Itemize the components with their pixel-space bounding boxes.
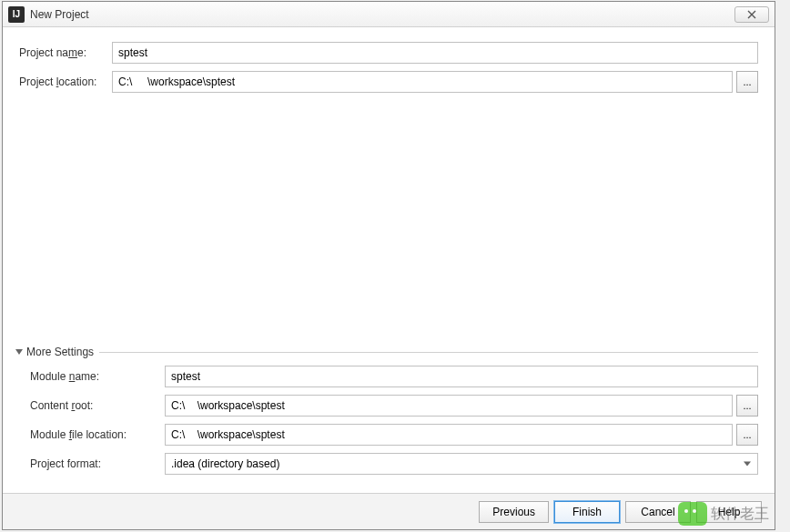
module-name-row: Module name:: [30, 366, 758, 387]
browse-location-button[interactable]: ...: [736, 71, 758, 93]
expand-arrow-icon: [15, 349, 23, 355]
browse-content-root-button[interactable]: ...: [736, 395, 758, 417]
help-button[interactable]: Help: [696, 501, 762, 523]
cancel-button[interactable]: Cancel: [625, 501, 691, 523]
module-name-input[interactable]: [165, 366, 758, 387]
module-file-location-label: Module file location:: [30, 428, 165, 441]
more-settings-label: More Settings: [26, 346, 94, 358]
project-format-row: Project format: .idea (directory based): [30, 453, 758, 475]
dialog-content: Project name: Project location: ... More…: [3, 27, 775, 475]
content-root-input[interactable]: [165, 395, 733, 417]
module-file-location-row: Module file location: ...: [30, 424, 758, 446]
browse-module-file-button[interactable]: ...: [736, 424, 758, 446]
module-name-label: Module name:: [30, 370, 165, 383]
content-root-row: Content root: ...: [30, 395, 758, 417]
more-settings-header[interactable]: More Settings: [15, 346, 758, 358]
separator-line: [99, 352, 758, 353]
more-settings-body: Module name: Content root: ... Module fi…: [19, 366, 758, 475]
button-bar: Previous Finish Cancel Help: [3, 493, 775, 529]
project-location-label: Project location:: [19, 75, 112, 88]
project-name-label: Project name:: [19, 46, 112, 59]
window-title: New Project: [30, 8, 89, 21]
project-location-input[interactable]: [112, 71, 733, 93]
project-format-label: Project format:: [30, 457, 165, 470]
project-name-row: Project name:: [19, 42, 758, 64]
close-icon: [747, 10, 756, 19]
app-icon: IJ: [8, 6, 25, 23]
project-name-input[interactable]: [112, 42, 758, 64]
project-format-select[interactable]: .idea (directory based): [165, 453, 758, 475]
titlebar: IJ New Project: [3, 2, 775, 27]
new-project-dialog: IJ New Project Project name: Project loc…: [2, 1, 775, 530]
previous-button[interactable]: Previous: [479, 501, 549, 523]
close-button[interactable]: [734, 6, 769, 23]
module-file-location-input[interactable]: [165, 424, 733, 446]
content-root-label: Content root:: [30, 399, 165, 412]
finish-button[interactable]: Finish: [554, 501, 620, 523]
project-location-row: Project location: ...: [19, 71, 758, 93]
